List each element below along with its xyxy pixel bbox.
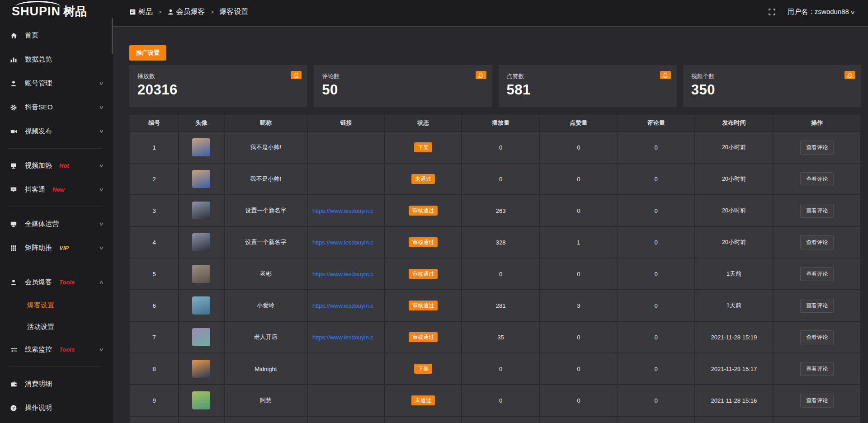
status-badge: 下架 <box>414 142 432 152</box>
wallet-icon <box>10 381 18 388</box>
sidebar-item-home[interactable]: 首页 <box>0 24 113 47</box>
sidebar-item-label: 视频加热 <box>25 161 52 170</box>
person-icon <box>167 9 174 15</box>
grid-icon <box>10 244 18 252</box>
video-icon <box>10 128 18 135</box>
table-row: 9阿慧未通过0002021-11-28 15:16查看评论 <box>130 385 861 416</box>
sidebar-item-clue-monitor[interactable]: 线索监控Tools∨ <box>0 338 113 362</box>
breadcrumb-item[interactable]: 会员爆客 <box>167 7 205 17</box>
cell-status <box>385 416 462 423</box>
chevron-down-icon: ∨ <box>99 80 104 86</box>
stat-value: 581 <box>507 82 669 98</box>
sidebar-item-video-heating[interactable]: 视频加热Hot∨ <box>0 154 113 178</box>
sidebar-item-matrix-boost[interactable]: 矩阵助推VIP∨ <box>0 236 113 260</box>
cell-status: 审核通过 <box>385 258 462 290</box>
cell-likes: 0 <box>540 163 617 195</box>
cell-action: 查看评论 <box>773 385 861 416</box>
status-badge: 下架 <box>414 364 432 374</box>
sidebar-item-omni-media-operation[interactable]: 全媒体运营∨ <box>0 212 113 236</box>
view-comments-button[interactable]: 查看评论 <box>800 330 834 344</box>
view-comments-button[interactable]: 查看评论 <box>800 299 834 313</box>
cell-id: 5 <box>130 258 179 290</box>
cell-likes: 0 <box>540 258 617 290</box>
cell-avatar <box>179 195 224 226</box>
breadcrumb-item[interactable]: 爆客设置 <box>219 7 248 17</box>
cell-nickname: 我不是小帅! <box>224 163 307 195</box>
cell-likes: 1 <box>540 226 617 258</box>
sidebar-item-label: 全媒体运营 <box>25 220 59 228</box>
cell-likes: 3 <box>540 290 617 321</box>
video-link[interactable]: https://www.iesdouyin.c <box>311 302 382 309</box>
chevron-down-icon: ∨ <box>99 104 104 110</box>
sidebar-item-tag: Tools <box>59 346 75 353</box>
cell-link: https://www.iesdouyin.c <box>307 321 385 353</box>
breadcrumb-item[interactable]: 树品 <box>129 7 153 17</box>
sidebar-item-account-management[interactable]: 账号管理∨ <box>0 71 113 95</box>
view-comments-button[interactable]: 查看评论 <box>800 141 834 155</box>
cell-avatar <box>179 416 224 423</box>
logo-arc-decoration <box>15 1 61 13</box>
breadcrumb-label: 树品 <box>138 7 153 17</box>
screen-icon <box>10 162 18 169</box>
table-row: 1我不是小帅!下架00020小时前查看评论 <box>130 132 861 163</box>
cell-nickname: 设置一个新名字 <box>224 226 307 258</box>
fullscreen-icon[interactable] <box>768 8 776 16</box>
cell-publish-time: 1天前 <box>695 258 773 290</box>
monitor-icon <box>10 221 18 228</box>
table-row: 7老人开店https://www.iesdouyin.c审核通过35002021… <box>130 321 861 353</box>
cell-plays: 281 <box>462 290 540 321</box>
cell-plays: 0 <box>462 132 540 163</box>
view-comments-button[interactable]: 查看评论 <box>800 394 834 408</box>
sidebar-item-douketong[interactable]: 抖客通New∨ <box>0 178 113 202</box>
sidebar: SHUPIN树品 首页数据总览账号管理∨抖音SEO∨视频发布∨视频加热Hot∨抖… <box>0 0 113 423</box>
sidebar-item-label: 抖音SEO <box>25 103 53 112</box>
cell-likes: 0 <box>540 132 617 163</box>
avatar <box>192 138 210 156</box>
cell-likes: 0 <box>540 385 617 416</box>
table-row: 2我不是小帅!未通过00020小时前查看评论 <box>130 163 861 195</box>
promo-settings-button[interactable]: 推广设置 <box>129 45 166 61</box>
status-badge: 审核通过 <box>409 269 438 279</box>
sidebar-item-consumption-detail[interactable]: 消费明细 <box>0 372 113 396</box>
cell-action: 查看评论 <box>773 226 861 258</box>
avatar <box>192 265 210 283</box>
sidebar-item-operation-guide[interactable]: ?操作说明 <box>0 396 113 420</box>
sidebar-item-douyin-seo[interactable]: 抖音SEO∨ <box>0 95 113 119</box>
column-header: 链接 <box>307 114 385 132</box>
cell-link: https://www.iesdouyin.c <box>307 258 385 290</box>
sidebar-item-video-publish[interactable]: 视频发布∨ <box>0 119 113 143</box>
sidebar-item-tag: VIP <box>59 244 69 251</box>
sidebar-divider <box>8 148 102 149</box>
video-link[interactable]: https://www.iesdouyin.c <box>311 271 382 277</box>
cell-id: 7 <box>130 321 179 353</box>
gear-icon <box>10 104 18 111</box>
cell-link <box>307 353 385 385</box>
sidebar-scrollbar[interactable] <box>112 18 113 54</box>
sidebar-subitem-baoke-settings[interactable]: 爆客设置 <box>0 294 113 316</box>
sidebar-item-data-overview[interactable]: 数据总览 <box>0 47 113 71</box>
view-comments-button[interactable]: 查看评论 <box>800 362 834 376</box>
view-comments-button[interactable]: 查看评论 <box>800 235 834 249</box>
video-link[interactable]: https://www.iesdouyin.c <box>311 334 382 341</box>
cell-publish-time: 20小时前 <box>695 226 773 258</box>
sidebar-subitem-activity-settings[interactable]: 活动设置 <box>0 316 113 338</box>
table-row: 5老彬https://www.iesdouyin.c审核通过0001天前查看评论 <box>130 258 861 290</box>
videos-table: 编号头像昵称链接状态播放量点赞量评论量发布时间操作 1我不是小帅!下架00020… <box>129 114 861 423</box>
logo-text-cn: 树品 <box>63 5 87 18</box>
video-link[interactable]: https://www.iesdouyin.c <box>311 239 382 246</box>
breadcrumb-separator: > <box>211 9 214 15</box>
view-comments-button[interactable]: 查看评论 <box>800 267 834 281</box>
cell-publish-time: 20小时前 <box>695 195 773 226</box>
status-badge: 未通过 <box>411 395 435 405</box>
chevron-down-icon: ∨ <box>850 9 855 15</box>
cell-plays: 0 <box>462 353 540 385</box>
view-comments-button[interactable]: 查看评论 <box>800 172 834 186</box>
video-link[interactable]: https://www.iesdouyin.c <box>311 207 382 214</box>
sidebar-item-member-baoke[interactable]: 会员爆客Tools∧ <box>0 270 113 294</box>
topbar: 树品>会员爆客>爆客设置 用户名：zswodun88∨ <box>113 0 868 27</box>
view-comments-button[interactable]: 查看评论 <box>800 204 834 218</box>
table-row: 4设置一个新名字https://www.iesdouyin.c审核通过32810… <box>130 226 861 258</box>
stat-label: 点赞数 <box>507 72 669 80</box>
username-menu[interactable]: 用户名：zswodun88∨ <box>788 8 854 16</box>
column-header: 发布时间 <box>695 114 773 132</box>
